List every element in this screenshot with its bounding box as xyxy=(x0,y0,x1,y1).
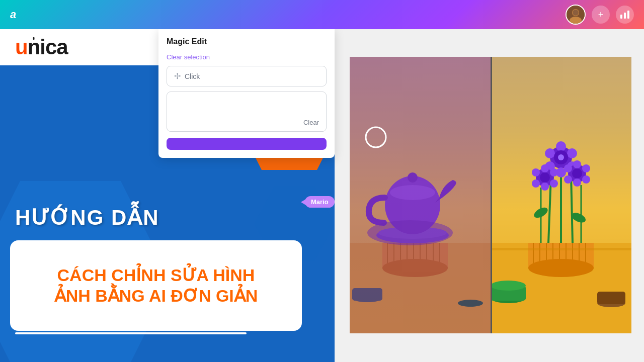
svg-point-66 xyxy=(532,168,540,176)
avatar[interactable] xyxy=(566,5,586,25)
magic-edit-button[interactable] xyxy=(167,138,327,150)
top-bar-right: + xyxy=(566,5,634,25)
svg-point-59 xyxy=(558,154,564,160)
svg-rect-5 xyxy=(624,13,626,19)
chart-button[interactable] xyxy=(616,6,634,24)
svg-point-61 xyxy=(541,164,549,172)
image-area xyxy=(350,57,631,333)
magic-edit-title: Magic Edit xyxy=(167,37,327,46)
svg-point-72 xyxy=(573,178,581,187)
click-placeholder: Click xyxy=(185,72,200,80)
top-bar: a + xyxy=(0,0,644,29)
clear-label: Clear xyxy=(303,119,319,126)
unica-letter-a: a xyxy=(56,35,67,59)
svg-point-70 xyxy=(582,164,590,172)
svg-rect-82 xyxy=(597,292,625,304)
unica-letter-u: u xyxy=(15,35,28,59)
svg-rect-83 xyxy=(491,248,631,250)
crosshair-icon: ✢ xyxy=(174,71,181,81)
svg-point-57 xyxy=(545,148,555,158)
svg-rect-6 xyxy=(627,11,629,19)
svg-point-80 xyxy=(491,281,526,291)
magic-edit-panel: Magic Edit Clear selection ✢ Click Clear xyxy=(158,29,335,158)
heading-label: HƯỚNG DẪN xyxy=(15,205,159,230)
clear-input-area[interactable]: Clear xyxy=(167,92,327,132)
svg-rect-4 xyxy=(620,15,622,19)
svg-point-67 xyxy=(540,172,550,183)
svg-point-3 xyxy=(573,10,579,16)
svg-point-73 xyxy=(564,175,572,184)
svg-point-63 xyxy=(550,179,558,188)
svg-point-65 xyxy=(532,179,540,188)
subheading-box: CÁCH CHỈNH SỬA HÌNH ẢNH BẰNG AI ĐƠN GIẢN xyxy=(10,240,302,331)
svg-point-45 xyxy=(528,259,594,277)
right-panel: 50% xyxy=(335,29,644,362)
unica-logo: unica xyxy=(15,35,68,59)
unica-letter-n: n xyxy=(28,35,40,59)
svg-point-52 xyxy=(556,141,566,151)
svg-point-64 xyxy=(541,183,549,191)
image-right xyxy=(491,57,631,333)
svg-point-69 xyxy=(573,160,581,168)
image-divider xyxy=(491,57,492,333)
top-bar-left: a xyxy=(10,8,16,21)
click-input-area[interactable]: ✢ Click xyxy=(167,66,327,86)
top-bar-logo: a xyxy=(10,8,16,21)
clear-selection-button[interactable]: Clear selection xyxy=(167,53,210,61)
image-left xyxy=(350,57,491,333)
svg-point-75 xyxy=(572,168,582,178)
svg-point-74 xyxy=(564,164,572,172)
svg-rect-30 xyxy=(350,57,491,333)
svg-point-62 xyxy=(550,168,558,176)
mario-name: Mario xyxy=(311,198,329,206)
unica-letter-i: i xyxy=(40,35,45,59)
subheading-text: CÁCH CHỈNH SỬA HÌNH ẢNH BẰNG AI ĐƠN GIẢN xyxy=(54,265,258,306)
bottom-decorative-line xyxy=(15,332,247,334)
svg-point-71 xyxy=(582,175,590,184)
svg-point-53 xyxy=(567,148,577,158)
add-button[interactable]: + xyxy=(592,6,610,24)
unica-letter-c: c xyxy=(45,35,56,59)
mario-tooltip: Mario xyxy=(305,196,335,208)
